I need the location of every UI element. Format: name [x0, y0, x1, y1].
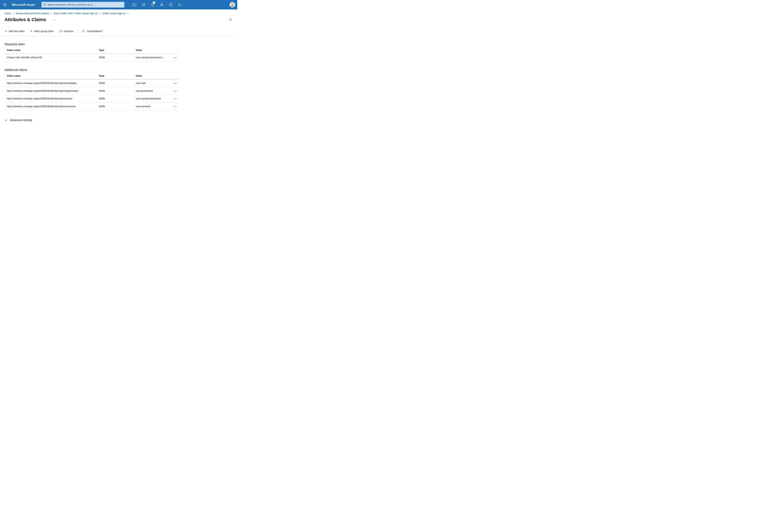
- claim-name-cell: Unique User Identifier (Name ID): [5, 54, 97, 61]
- azure-home-link[interactable]: Microsoft Azure: [12, 3, 35, 7]
- title-row: Attributes & Claims: [0, 15, 237, 22]
- add-new-claim-label: Add new claim: [9, 30, 24, 33]
- claim-type-cell: SAML: [97, 54, 134, 61]
- claim-value-cell: user.mail: [134, 79, 170, 87]
- claim-row[interactable]: http://schemas.xmlsoap.org/ws/2005/05/id…: [5, 79, 179, 87]
- claim-value-cell: user.givenname: [134, 87, 170, 95]
- table-header-row: Claim name Type Value: [5, 47, 179, 54]
- claim-type-cell: SAML: [97, 87, 134, 95]
- got-feedback-label: Got feedback?: [87, 30, 102, 33]
- claim-type-cell: SAML: [97, 79, 134, 87]
- additional-claims-table: Claim name Type Value http://schemas.xml…: [5, 72, 179, 110]
- required-claim-heading: Required claim: [5, 43, 237, 46]
- breadcrumb: Home Browse Microsoft Entra Gallery Azur…: [0, 9, 237, 15]
- add-group-claim-button[interactable]: Add a group claim: [30, 29, 54, 33]
- add-group-claim-label: Add a group claim: [34, 30, 54, 33]
- breadcrumb-separator: [51, 13, 52, 15]
- claim-row[interactable]: http://schemas.xmlsoap.org/ws/2005/05/id…: [5, 102, 179, 110]
- claim-name-cell: http://schemas.xmlsoap.org/ws/2005/05/id…: [5, 87, 97, 95]
- got-feedback-button[interactable]: Got feedback?: [81, 29, 103, 33]
- user-avatar[interactable]: [229, 2, 235, 8]
- claim-value-cell: user.userprincipalname: [134, 95, 170, 102]
- top-bar-icons: 2 ?: [130, 0, 184, 9]
- top-bar: Microsoft Azure 2 ?: [0, 0, 237, 9]
- claim-type-cell: SAML: [97, 95, 134, 102]
- chevron-down-icon: [5, 119, 7, 121]
- add-new-claim-button[interactable]: Add new claim: [5, 29, 25, 33]
- row-context-menu-icon[interactable]: [172, 90, 178, 93]
- title-more-menu-icon[interactable]: [53, 20, 56, 20]
- columns-button[interactable]: Columns: [59, 29, 74, 33]
- breadcrumb-separator: [127, 13, 129, 15]
- plus-icon: [30, 30, 32, 32]
- azure-portal-page: Microsoft Azure 2 ?: [0, 0, 237, 133]
- page-title: Attributes & Claims: [5, 17, 46, 22]
- required-claim-table: Claim name Type Value Unique User Identi…: [5, 47, 179, 61]
- svg-text:?: ?: [170, 4, 171, 6]
- claim-name-cell: http://schemas.xmlsoap.org/ws/2005/05/id…: [5, 95, 97, 102]
- breadcrumb-saml-based-signon[interactable]: SAML-based Sign-on: [102, 12, 126, 15]
- command-toolbar: Add new claim Add a group claim Columns …: [0, 29, 237, 33]
- claim-row[interactable]: Unique User Identifier (Name ID) SAML us…: [5, 54, 179, 61]
- breadcrumb-separator: [13, 13, 14, 15]
- breadcrumb-azure-saml-sso[interactable]: Azure SAML SSO | SAML-based Sign-on: [54, 12, 98, 15]
- breadcrumb-entra-gallery[interactable]: Browse Microsoft Entra Gallery: [16, 12, 49, 15]
- additional-claims-heading: Additional claims: [5, 68, 237, 72]
- directory-subscription-filter-icon[interactable]: [140, 0, 147, 9]
- settings-gear-icon[interactable]: [158, 0, 165, 9]
- row-context-menu-icon[interactable]: [172, 98, 178, 100]
- breadcrumb-home[interactable]: Home: [5, 12, 11, 15]
- notification-badge: 2: [153, 1, 155, 4]
- claim-row[interactable]: http://schemas.xmlsoap.org/ws/2005/05/id…: [5, 95, 179, 102]
- help-icon[interactable]: ?: [167, 0, 174, 9]
- claim-name-cell: http://schemas.xmlsoap.org/ws/2005/05/id…: [5, 79, 97, 87]
- column-header-value: Value: [134, 47, 170, 54]
- claim-value-cell: user.userprincipalname [...: [134, 54, 170, 61]
- claim-value-cell: user.surname: [134, 102, 170, 110]
- row-context-menu-icon[interactable]: [172, 56, 178, 59]
- plus-icon: [5, 30, 7, 32]
- claim-type-cell: SAML: [97, 102, 134, 110]
- column-header-claim-name: Claim name: [5, 47, 97, 54]
- row-context-menu-icon[interactable]: [172, 105, 178, 108]
- search-input[interactable]: [47, 3, 122, 6]
- table-header-row: Claim name Type Value: [5, 72, 179, 79]
- columns-icon: [60, 30, 62, 32]
- notifications-bell-icon[interactable]: 2: [149, 0, 156, 9]
- row-context-menu-icon[interactable]: [172, 82, 178, 85]
- advanced-settings-label: Advanced settings: [10, 119, 32, 122]
- cloud-shell-icon[interactable]: [131, 0, 138, 9]
- column-header-menu: [170, 47, 179, 54]
- hamburger-menu-icon[interactable]: [0, 0, 10, 9]
- column-header-claim-name: Claim name: [5, 72, 97, 79]
- columns-label: Columns: [64, 30, 73, 33]
- breadcrumb-separator: [100, 13, 101, 15]
- feedback-person-icon: [82, 30, 85, 33]
- search-icon: [43, 4, 46, 6]
- claim-row[interactable]: http://schemas.xmlsoap.org/ws/2005/05/id…: [5, 87, 179, 95]
- column-header-menu: [170, 72, 179, 79]
- advanced-settings-toggle[interactable]: Advanced settings: [5, 119, 32, 122]
- column-header-type: Type: [97, 47, 134, 54]
- close-icon[interactable]: [228, 18, 233, 22]
- column-header-type: Type: [97, 72, 134, 79]
- global-search-box: [41, 2, 124, 8]
- feedback-icon[interactable]: [177, 0, 183, 9]
- claim-name-cell: http://schemas.xmlsoap.org/ws/2005/05/id…: [5, 102, 97, 110]
- column-header-value: Value: [134, 72, 170, 79]
